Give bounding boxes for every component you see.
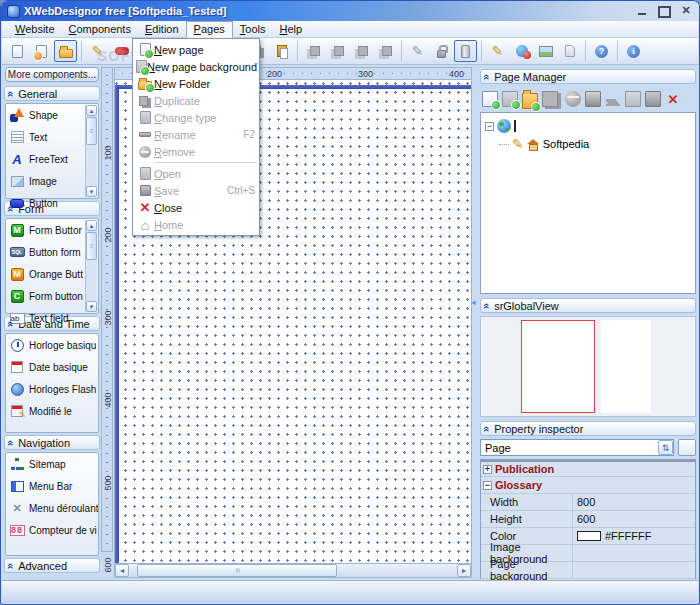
alarm-clock-icon [11, 383, 24, 396]
property-group-glossary[interactable]: Glossary [481, 477, 695, 494]
collapse-icon[interactable] [483, 481, 492, 490]
component-item-compteur[interactable]: Compteur de vi [6, 519, 98, 541]
property-target-select[interactable]: Page [480, 439, 674, 456]
tree-page-row[interactable]: Softpedia [485, 135, 691, 153]
publish-button[interactable] [510, 40, 533, 62]
menu-pages[interactable]: Pages [186, 21, 233, 38]
menu-item-rename[interactable]: Rename F2 [133, 126, 259, 143]
horizontal-scrollbar[interactable]: ◂ ▸ [114, 563, 472, 578]
close-button[interactable] [679, 5, 693, 17]
duplicate-icon[interactable] [542, 91, 558, 107]
section-header-advanced[interactable]: Advanced [4, 558, 100, 573]
component-item-sitemap[interactable]: Sitemap [6, 453, 98, 475]
new-folder-icon[interactable] [522, 93, 538, 109]
new-page-icon[interactable] [482, 91, 498, 107]
paste-button[interactable] [270, 40, 293, 62]
chevron-up-icon [482, 302, 492, 308]
scroll-up-icon[interactable]: ▲ [86, 105, 97, 116]
send-backward-button[interactable] [374, 40, 397, 62]
page-left-edge [115, 85, 119, 563]
help-button[interactable] [590, 40, 613, 62]
property-grid: Publication Glossary Width 800 Height 60… [480, 459, 696, 579]
new-document-icon [12, 45, 23, 58]
page-thumbnail[interactable] [601, 320, 651, 413]
panel-splitter[interactable]: ◂ [472, 67, 479, 577]
section-header-general[interactable]: General [4, 86, 100, 101]
menu-item-new-page-background[interactable]: New page background [133, 58, 259, 75]
edit-button[interactable] [86, 40, 109, 62]
property-extra-button[interactable] [678, 439, 696, 456]
splitter-collapse-icon[interactable]: ◂ [471, 297, 476, 307]
component-button[interactable] [454, 40, 477, 62]
scrollbar-thumb[interactable]: ≡ [86, 232, 97, 260]
component-item-date-basique[interactable]: Date basique [6, 356, 98, 378]
scroll-right-icon[interactable]: ▸ [457, 564, 471, 577]
bring-to-front-button[interactable] [302, 40, 325, 62]
new-document-button[interactable] [6, 40, 29, 62]
image-button[interactable] [534, 40, 557, 62]
site-globe-icon [497, 119, 511, 133]
open-folder-button[interactable] [54, 40, 77, 62]
section-form-scrollbar[interactable]: ▲ ≡ ▼ [85, 220, 97, 312]
send-to-back-button[interactable] [326, 40, 349, 62]
property-group-publication[interactable]: Publication [481, 460, 695, 477]
spinner-icon[interactable] [658, 440, 673, 455]
bring-forward-button[interactable] [350, 40, 373, 62]
menu-item-new-folder[interactable]: New Folder [133, 75, 259, 92]
expand-icon[interactable] [483, 465, 492, 474]
menu-components[interactable]: Components [62, 22, 138, 37]
minimize-button[interactable] [635, 5, 649, 17]
menu-item-open[interactable]: Open [133, 165, 259, 182]
remove-icon[interactable] [565, 91, 581, 107]
tree-root-row[interactable] [485, 117, 691, 135]
scrollbar-thumb[interactable]: ≡ [86, 117, 97, 145]
collapse-icon[interactable] [485, 122, 494, 131]
page-manager-header[interactable]: Page Manager [480, 69, 696, 84]
more-components-button[interactable]: More components... [5, 67, 99, 82]
new-page-button[interactable] [30, 40, 53, 62]
pencil-button[interactable] [406, 40, 429, 62]
menu-edition[interactable]: Edition [138, 22, 186, 37]
lock-button[interactable] [430, 40, 453, 62]
rename-icon[interactable] [585, 91, 601, 107]
preview-button[interactable] [110, 40, 133, 62]
close-icon[interactable] [665, 91, 681, 107]
menu-item-change-type[interactable]: Change type [133, 109, 259, 126]
global-view-preview[interactable] [480, 316, 696, 417]
menu-website[interactable]: Website [8, 22, 62, 37]
maximize-button[interactable] [657, 5, 671, 17]
send-backward-icon [382, 46, 392, 56]
global-view-header[interactable]: srGlobalView [480, 298, 696, 313]
scroll-up-icon[interactable]: ▲ [86, 220, 97, 231]
component-item-menu-deroulant[interactable]: Menu déroulant [6, 497, 98, 519]
menu-item-remove[interactable]: Remove [133, 143, 259, 160]
menu-item-close[interactable]: Close [133, 199, 259, 216]
section-header-navigation[interactable]: Navigation [4, 435, 100, 450]
scroll-left-icon[interactable]: ◂ [115, 564, 129, 577]
component-item-horloges-flash[interactable]: Horloges Flash [6, 378, 98, 400]
about-button[interactable] [622, 40, 645, 62]
color-swatch[interactable] [577, 531, 601, 541]
menu-item-home[interactable]: Home [133, 216, 259, 233]
scroll-down-icon[interactable]: ▼ [86, 186, 97, 197]
home-icon[interactable] [605, 90, 621, 106]
scrollbar-thumb[interactable] [137, 564, 337, 577]
save-icon[interactable] [645, 91, 661, 107]
edit-page-button[interactable] [486, 40, 509, 62]
page-thumbnail-selected[interactable] [521, 320, 595, 413]
component-item-menu-bar[interactable]: Menu Bar [6, 475, 98, 497]
menu-item-save[interactable]: Save Ctrl+S [133, 182, 259, 199]
open-icon[interactable] [625, 91, 641, 107]
scroll-down-icon[interactable]: ▼ [86, 301, 97, 312]
new-page-background-icon[interactable] [502, 91, 518, 107]
components-sidebar: More components... General Shape Text Fr… [4, 67, 100, 577]
section-general-scrollbar[interactable]: ▲ ≡ ▼ [85, 105, 97, 197]
menu-item-new-page[interactable]: New page [133, 41, 259, 58]
menu-item-duplicate[interactable]: Duplicate [133, 92, 259, 109]
component-item-horloge-basique[interactable]: Horloge basiqu [6, 334, 98, 356]
menu-help[interactable]: Help [272, 22, 309, 37]
property-inspector-header[interactable]: Property inspector [480, 421, 696, 436]
menu-tools[interactable]: Tools [233, 22, 273, 37]
script-button[interactable] [558, 40, 581, 62]
component-item-modifie-le[interactable]: Modifié le [6, 400, 98, 422]
